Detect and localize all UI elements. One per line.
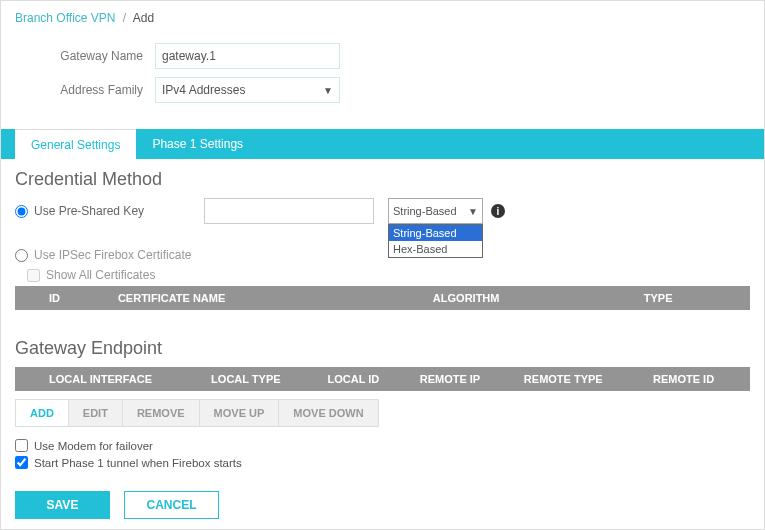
start-phase1-checkbox[interactable] xyxy=(15,456,28,469)
address-family-label: Address Family xyxy=(15,83,155,97)
show-all-certs-label: Show All Certificates xyxy=(46,268,155,282)
use-modem-checkbox[interactable] xyxy=(15,439,28,452)
ep-col-local-id: LOCAL ID xyxy=(319,367,411,391)
move-down-button[interactable]: MOVE DOWN xyxy=(279,400,377,426)
ep-col-local-type: LOCAL TYPE xyxy=(203,367,319,391)
credential-method-heading: Credential Method xyxy=(15,169,750,190)
psk-input[interactable] xyxy=(204,198,374,224)
certificates-table: ID CERTIFICATE NAME ALGORITHM TYPE xyxy=(15,286,750,310)
address-family-select[interactable]: IPv4 Addresses ▼ xyxy=(155,77,340,103)
remove-button[interactable]: REMOVE xyxy=(123,400,200,426)
endpoints-table: LOCAL INTERFACE LOCAL TYPE LOCAL ID REMO… xyxy=(15,367,750,391)
info-icon[interactable]: i xyxy=(491,204,505,218)
show-all-certs-checkbox[interactable] xyxy=(27,269,40,282)
chevron-down-icon: ▼ xyxy=(468,206,478,217)
gateway-name-input[interactable] xyxy=(155,43,340,69)
use-modem-label: Use Modem for failover xyxy=(34,440,153,452)
cert-col-id: ID xyxy=(41,286,110,310)
tab-bar: General Settings Phase 1 Settings xyxy=(1,129,764,159)
ep-col-select xyxy=(15,367,41,391)
ep-col-remote-id: REMOTE ID xyxy=(645,367,750,391)
move-up-button[interactable]: MOVE UP xyxy=(200,400,280,426)
edit-button[interactable]: EDIT xyxy=(69,400,123,426)
use-cert-radio[interactable] xyxy=(15,249,28,262)
breadcrumb-current: Add xyxy=(133,11,154,25)
add-button[interactable]: ADD xyxy=(16,400,69,426)
ep-col-local-interface: LOCAL INTERFACE xyxy=(41,367,203,391)
breadcrumb: Branch Office VPN / Add xyxy=(1,1,764,29)
psk-type-select[interactable]: String-Based ▼ xyxy=(388,198,483,224)
gateway-endpoint-heading: Gateway Endpoint xyxy=(15,338,750,359)
breadcrumb-separator: / xyxy=(123,11,126,25)
breadcrumb-parent-link[interactable]: Branch Office VPN xyxy=(15,11,116,25)
address-family-value: IPv4 Addresses xyxy=(162,83,245,97)
cert-col-select xyxy=(15,286,41,310)
ep-col-remote-type: REMOTE TYPE xyxy=(516,367,645,391)
endpoint-toolbar: ADD EDIT REMOVE MOVE UP MOVE DOWN xyxy=(15,399,379,427)
cancel-button[interactable]: CANCEL xyxy=(124,491,219,519)
save-button[interactable]: SAVE xyxy=(15,491,110,519)
cert-col-type: TYPE xyxy=(636,286,750,310)
cert-col-algorithm: ALGORITHM xyxy=(425,286,636,310)
ep-col-remote-ip: REMOTE IP xyxy=(412,367,516,391)
chevron-down-icon: ▼ xyxy=(323,85,333,96)
psk-option-hex[interactable]: Hex-Based xyxy=(389,241,482,257)
psk-type-dropdown: String-Based Hex-Based xyxy=(388,224,483,258)
gateway-name-label: Gateway Name xyxy=(15,49,155,63)
start-phase1-label: Start Phase 1 tunnel when Firebox starts xyxy=(34,457,242,469)
tab-general-settings[interactable]: General Settings xyxy=(15,129,136,159)
use-psk-radio[interactable] xyxy=(15,205,28,218)
psk-type-value: String-Based xyxy=(393,205,457,217)
use-psk-label: Use Pre-Shared Key xyxy=(34,204,204,218)
tab-phase1-settings[interactable]: Phase 1 Settings xyxy=(136,129,259,159)
psk-option-string[interactable]: String-Based xyxy=(389,225,482,241)
cert-col-name: CERTIFICATE NAME xyxy=(110,286,425,310)
use-cert-label: Use IPSec Firebox Certificate xyxy=(34,248,191,262)
